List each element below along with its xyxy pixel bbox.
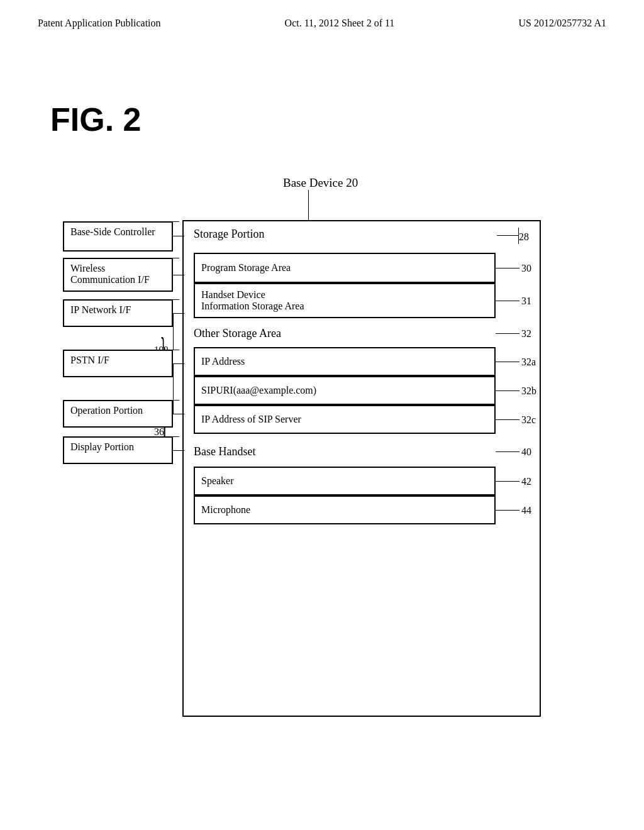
comp-display-portion: Display Portion (63, 436, 173, 464)
stor-sipuri: SIPURI(aaa@example.com) (194, 376, 496, 405)
stor-microphone: Microphone (194, 495, 496, 524)
ref-40: 40 (521, 446, 531, 458)
conn-22 (173, 236, 184, 236)
header-center: Oct. 11, 2012 Sheet 2 of 11 (285, 18, 395, 29)
ref-32: 32 (521, 328, 531, 340)
comp-operation-portion: Operation Portion (63, 400, 173, 428)
ref-30: 30 (521, 263, 531, 274)
ref-32a-line (496, 362, 519, 362)
stor-ip-address: IP Address (194, 347, 496, 376)
ref-28-vline (518, 228, 519, 244)
ref-28-hline (497, 235, 519, 236)
storage-portion-label: Storage Portion (194, 228, 265, 241)
ref-40-line (496, 451, 519, 452)
diagram-area: Base Device 20 22 Base-Side Controller 2… (38, 176, 604, 742)
ref-44-line (496, 510, 519, 511)
ref-42-line (496, 481, 519, 482)
conn-26 (173, 313, 184, 314)
comp-wireless-comm: WirelessCommunication I/F (63, 258, 173, 292)
header-right: US 2012/0257732 A1 (518, 18, 606, 29)
ref-32b-line (496, 390, 519, 391)
vert-conn-26-34 (173, 313, 174, 350)
other-storage-label: Other Storage Area (194, 327, 281, 340)
ref-32-line (496, 333, 519, 334)
conn-36 (173, 414, 184, 414)
ref-42: 42 (521, 476, 531, 487)
ref-31-line (496, 301, 519, 301)
stor-program-storage: Program Storage Area (194, 253, 496, 283)
ref-30-line (496, 268, 519, 268)
stor-handset-info: Handset DeviceInformation Storage Area (194, 283, 496, 318)
ref-32c: 32c (521, 414, 536, 426)
ref-31: 31 (521, 296, 531, 307)
comp-base-side-controller: Base-Side Controller (63, 221, 173, 252)
ref-44: 44 (521, 505, 531, 516)
stor-sip-server: IP Address of SIP Server (194, 405, 496, 434)
base-device-label: Base Device 20 (283, 176, 358, 190)
comp-ip-network: IP Network I/F (63, 299, 173, 327)
ref-32a: 32a (521, 357, 536, 368)
conn-24 (173, 275, 184, 275)
ref-32b: 32b (521, 385, 536, 397)
page-header: Patent Application Publication Oct. 11, … (0, 0, 644, 29)
header-left: Patent Application Publication (38, 18, 161, 29)
vert-conn-34-170 (173, 363, 174, 414)
comp-pstn: PSTN I/F (63, 350, 173, 377)
conn-38 (173, 450, 184, 451)
stor-speaker: Speaker (194, 467, 496, 495)
base-handset-label: Base Handset (194, 445, 255, 458)
ref-28: 28 (519, 231, 529, 243)
figure-title: FIG. 2 (50, 101, 141, 138)
base-device-arrow (308, 190, 309, 221)
ref-32c-line (496, 419, 519, 420)
conn-34 (173, 363, 184, 364)
